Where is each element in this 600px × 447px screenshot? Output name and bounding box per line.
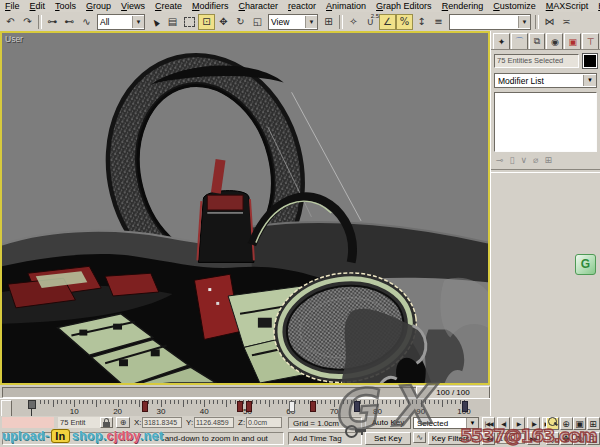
key-mode-toggle[interactable]: ◀◀: [482, 432, 495, 445]
next-frame-button[interactable]: |▶: [527, 417, 540, 430]
select-object-button[interactable]: ▲: [147, 14, 164, 30]
menu-tools[interactable]: Tools: [50, 0, 81, 12]
show-end-result-button[interactable]: ▯: [510, 155, 515, 165]
keyframe-marker[interactable]: [310, 401, 316, 412]
select-and-move-button[interactable]: ✥: [215, 14, 232, 30]
track-bar-slider-pin[interactable]: [28, 400, 36, 409]
object-color-swatch[interactable]: [583, 54, 597, 68]
arc-rotate-button[interactable]: ↻: [573, 432, 586, 445]
chevron-down-icon[interactable]: ▼: [305, 16, 317, 28]
select-and-link-button[interactable]: ⊶: [44, 14, 61, 30]
select-by-name-button[interactable]: ▤: [164, 14, 181, 30]
z-coordinate-field[interactable]: 0.0cm: [246, 417, 282, 428]
hierarchy-tab[interactable]: ⧉: [529, 33, 546, 49]
make-unique-button[interactable]: ∨: [521, 155, 528, 165]
keyframe-marker[interactable]: [246, 401, 252, 412]
field-of-view-button[interactable]: ◇: [546, 432, 559, 445]
keyframe-marker[interactable]: [237, 401, 243, 412]
menu-character[interactable]: Character: [233, 0, 283, 12]
menu-rendering[interactable]: Rendering: [437, 0, 489, 12]
key-filters-button[interactable]: Key Filters...: [428, 432, 480, 445]
y-coordinate-field[interactable]: 1126.4859: [194, 417, 234, 428]
zoom-extents-button[interactable]: ▣: [573, 417, 586, 430]
utilities-tab[interactable]: ⊤: [582, 33, 599, 49]
display-tab[interactable]: ▣: [564, 33, 581, 49]
auto-key-button[interactable]: Auto Key: [365, 416, 411, 429]
pin-stack-button[interactable]: ⊸: [496, 155, 504, 165]
modify-tab[interactable]: ⌒: [511, 33, 528, 49]
remove-modifier-button[interactable]: ⌀: [533, 155, 538, 165]
track-bar-ruler[interactable]: 102030405060708090100: [11, 399, 489, 417]
window-crossing-toggle[interactable]: ⊡: [198, 14, 215, 30]
menu-grapheditors[interactable]: Graph Editors: [371, 0, 437, 12]
viewport-label[interactable]: User: [5, 34, 23, 44]
track-bar[interactable]: 102030405060708090100: [0, 398, 490, 416]
menu-views[interactable]: Views: [116, 0, 150, 12]
menu-file[interactable]: File: [0, 0, 25, 12]
chevron-down-icon[interactable]: ▼: [132, 16, 144, 28]
set-key-mode-icon[interactable]: [340, 419, 363, 444]
menu-group[interactable]: Group: [81, 0, 116, 12]
reference-coordinate-dropdown[interactable]: View▼: [268, 14, 318, 30]
key-selection-dropdown[interactable]: Selected ▼: [413, 417, 479, 429]
time-slider[interactable]: 100 / 100: [0, 385, 490, 398]
keyframe-marker[interactable]: [354, 401, 360, 412]
zoom-button[interactable]: [546, 417, 559, 430]
maxscript-mini-listener[interactable]: [2, 417, 54, 428]
use-pivot-center-button[interactable]: ⊞: [320, 14, 337, 30]
previous-frame-button[interactable]: ◀|: [497, 417, 510, 430]
undo-button[interactable]: ↶: [2, 14, 19, 30]
set-key-button[interactable]: Set Key: [365, 432, 411, 445]
min-max-toggle-button[interactable]: ◱: [587, 432, 600, 445]
motion-tab[interactable]: ◉: [546, 33, 563, 49]
modifier-list-dropdown[interactable]: Modifier List ▼: [494, 73, 597, 88]
select-and-rotate-button[interactable]: ↻: [232, 14, 249, 30]
menu-maxscript[interactable]: MAXScript: [541, 0, 594, 12]
zoom-extents-all-button[interactable]: ⊞: [587, 417, 600, 430]
selection-filter-dropdown[interactable]: All▼: [97, 14, 145, 30]
menu-animation[interactable]: Animation: [321, 0, 371, 12]
rect-selection-region-button[interactable]: [181, 14, 198, 30]
redo-button[interactable]: ↷: [19, 14, 36, 30]
spinner-snap-toggle[interactable]: ↕: [413, 14, 430, 30]
viewport-user[interactable]: User: [0, 31, 490, 385]
selection-lock-toggle[interactable]: [100, 417, 113, 428]
angle-snap-toggle[interactable]: ∠: [379, 14, 396, 30]
menu-help[interactable]: Help: [593, 0, 600, 12]
menu-customize[interactable]: Customize: [488, 0, 541, 12]
percent-snap-toggle[interactable]: %: [396, 14, 413, 30]
mirror-button[interactable]: ⋈: [541, 14, 558, 30]
go-to-start-button[interactable]: |◀◀: [482, 417, 495, 430]
chevron-down-icon[interactable]: ▼: [583, 75, 596, 86]
named-selection-dropdown[interactable]: ▼: [449, 14, 531, 30]
select-and-scale-button[interactable]: ◱: [249, 14, 266, 30]
next-key-button[interactable]: ▶▶: [527, 432, 540, 445]
pan-button[interactable]: ✥: [560, 432, 573, 445]
current-frame-field[interactable]: 100: [497, 433, 525, 444]
viewport-canvas[interactable]: [2, 33, 488, 383]
keyframe-marker[interactable]: [142, 401, 148, 412]
align-button[interactable]: ≍: [558, 14, 575, 30]
new-key-tangent-button[interactable]: ∿: [413, 432, 426, 443]
x-coordinate-field[interactable]: 3181.8345: [142, 417, 182, 428]
create-tab[interactable]: ✦: [493, 33, 510, 49]
absolute-offset-toggle[interactable]: ⊕: [116, 417, 130, 428]
menu-create[interactable]: Create: [150, 0, 187, 12]
modifier-stack-list[interactable]: [494, 92, 597, 152]
menu-modifiers[interactable]: Modifiers: [187, 0, 234, 12]
unlink-selection-button[interactable]: ⊷: [61, 14, 78, 30]
menu-edit[interactable]: Edit: [25, 0, 51, 12]
snap-toggle-button[interactable]: ∪2.5: [362, 14, 379, 30]
chevron-down-icon[interactable]: ▼: [518, 16, 530, 28]
menu-reactor[interactable]: reactor: [283, 0, 321, 12]
bind-to-spacewarp-button[interactable]: ∿: [78, 14, 95, 30]
configure-modifier-sets-button[interactable]: ⊞: [545, 155, 553, 165]
select-and-manipulate-button[interactable]: ✧: [345, 14, 362, 30]
chevron-down-icon[interactable]: ▼: [466, 418, 478, 428]
keyframe-marker[interactable]: [462, 401, 468, 412]
zoom-all-button[interactable]: ⊕: [560, 417, 573, 430]
play-button[interactable]: ▶: [512, 417, 525, 430]
keyframe-marker[interactable]: [289, 401, 295, 412]
object-name-field[interactable]: 75 Entities Selected: [494, 54, 579, 68]
edit-named-selections-button[interactable]: ≡: [430, 14, 447, 30]
